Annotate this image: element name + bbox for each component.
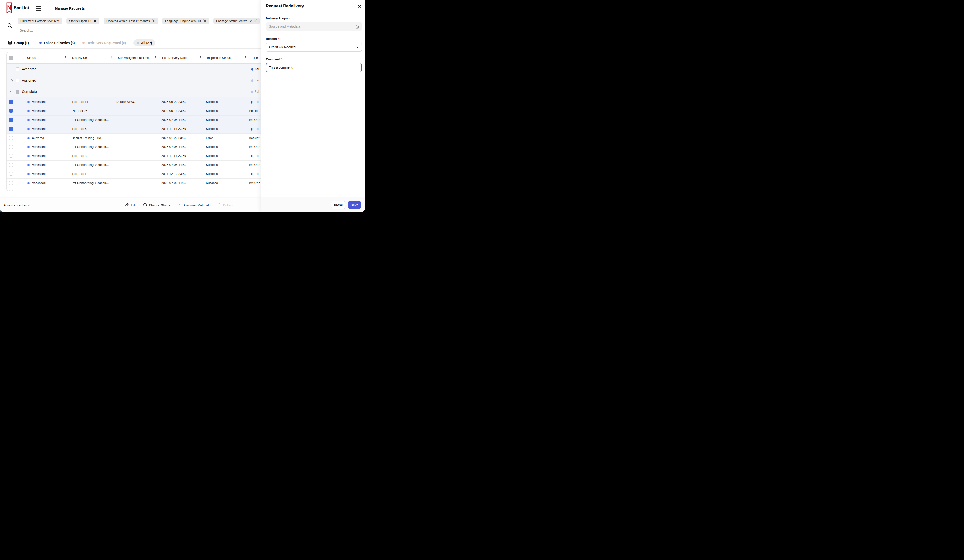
row-checkbox[interactable] xyxy=(9,145,13,149)
column-header-status[interactable]: Status xyxy=(27,56,36,60)
edit-button[interactable]: Edit xyxy=(125,203,136,207)
group-label: Complete xyxy=(22,89,37,94)
all-dot-icon xyxy=(137,42,139,44)
filter-chip-fulfillment-partner[interactable]: Fulfillment Partner: SAP Test xyxy=(18,18,62,24)
remove-filter-icon[interactable] xyxy=(94,19,96,23)
save-button[interactable]: Save xyxy=(348,201,361,209)
redelivery-requested-dot-icon xyxy=(82,42,85,44)
search-input[interactable]: Search... xyxy=(20,29,33,32)
row-checkbox[interactable] xyxy=(9,154,13,158)
cell-status: Processed xyxy=(31,100,46,104)
tab-redelivery-requested[interactable]: Redelivery Requested (0) xyxy=(82,41,126,45)
cell-display-set: Ppi Test 25 xyxy=(72,109,88,112)
chevron-down-icon[interactable] xyxy=(10,90,13,93)
status-dot-icon xyxy=(28,182,29,184)
group-checkbox[interactable] xyxy=(16,90,20,94)
remove-filter-icon[interactable] xyxy=(254,19,257,23)
search-icon[interactable] xyxy=(7,23,13,29)
select-all-checkbox[interactable] xyxy=(9,56,13,60)
tab-group[interactable]: Group (1) xyxy=(8,41,29,45)
close-icon[interactable] xyxy=(357,4,362,10)
upload-icon xyxy=(217,203,221,207)
filter-chip-package-status[interactable]: Package Status: Active +2 xyxy=(213,18,260,24)
cell-est-delivery-date: 2017-12-10 23:59 xyxy=(161,172,186,175)
column-menu-icon[interactable]: ⋮ xyxy=(64,55,67,60)
app-name: Backlot xyxy=(14,6,29,11)
status-dot-icon xyxy=(28,146,29,148)
panel-title: Request Redelivery xyxy=(266,4,304,9)
cell-title: Tpo Tes xyxy=(249,172,260,175)
delivery-scope-value: Source and Metadata xyxy=(269,24,300,28)
tab-failed-deliveries[interactable]: Failed Deliveries (6) xyxy=(39,41,75,45)
cell-display-set: Imf Onboarding: Season... xyxy=(72,145,109,149)
required-asterisk: * xyxy=(281,57,282,61)
tab-all[interactable]: All (27) xyxy=(134,39,155,46)
filter-chip-language[interactable]: Language: English (en) +3 xyxy=(162,18,209,24)
column-header-title[interactable]: Title xyxy=(252,56,258,60)
row-checkbox[interactable] xyxy=(9,181,13,185)
cell-status: Processed xyxy=(31,145,46,149)
filter-chip-label: Fulfillment Partner: SAP Test xyxy=(20,19,59,23)
column-header-est-delivery-date[interactable]: Est. Delivery Date xyxy=(162,56,187,60)
cell-est-delivery-date: 2017-11-17 23:59 xyxy=(161,127,186,130)
cell-display-set: Backlot Training Title xyxy=(72,190,101,191)
row-checkbox[interactable] xyxy=(9,100,13,104)
cell-title: Imf Onb xyxy=(249,118,260,122)
row-checkbox[interactable] xyxy=(9,136,13,140)
row-checkbox[interactable] xyxy=(9,172,13,176)
header-divider xyxy=(51,3,51,14)
status-dot-icon xyxy=(28,155,29,157)
cell-status: Processed xyxy=(31,127,46,130)
status-dot-icon xyxy=(251,91,253,93)
comment-textarea[interactable]: This a comment. xyxy=(266,63,362,72)
column-menu-icon[interactable]: ⋮ xyxy=(154,55,157,60)
remove-filter-icon[interactable] xyxy=(152,19,155,23)
tab-label: Failed Deliveries (6) xyxy=(44,41,75,45)
filter-chip-status[interactable]: Status: Open +3 xyxy=(66,18,99,24)
chevron-right-icon[interactable] xyxy=(10,68,13,71)
group-checkbox[interactable] xyxy=(16,68,20,71)
cell-status: Processed xyxy=(31,181,46,185)
hamburger-menu-icon[interactable] xyxy=(36,6,41,12)
more-actions-icon[interactable] xyxy=(240,204,245,206)
status-dot-icon xyxy=(28,128,29,130)
panel-footer: Close Save xyxy=(261,197,365,212)
column-menu-icon[interactable]: ⋮ xyxy=(109,55,113,60)
status-dot-icon xyxy=(28,101,29,103)
row-checkbox[interactable] xyxy=(9,190,13,191)
column-menu-icon[interactable]: ⋮ xyxy=(199,55,202,60)
cell-title: Imf Onb xyxy=(249,145,260,149)
delivery-scope-label: Delivery Scope* xyxy=(266,17,290,20)
filter-chip-updated-within[interactable]: Updated Within: Last 12 months xyxy=(104,18,158,24)
row-checkbox[interactable] xyxy=(9,118,13,122)
comment-value: This a comment. xyxy=(269,66,293,69)
column-header-display-set[interactable]: Display Set xyxy=(72,56,88,60)
row-checkbox[interactable] xyxy=(9,109,13,113)
request-redelivery-panel: Request Redelivery Delivery Scope* Sourc… xyxy=(261,0,365,212)
row-checkbox[interactable] xyxy=(9,127,13,131)
reason-select[interactable]: Credit Fix Needed xyxy=(266,43,362,52)
column-header-sub-assigned[interactable]: Sub Assigned Fulfillme... xyxy=(118,56,151,60)
column-header-inspection-status[interactable]: Inspection Status xyxy=(207,56,231,60)
column-menu-icon[interactable]: ⋮ xyxy=(244,55,248,60)
download-materials-button[interactable]: Download Materials xyxy=(177,203,210,207)
deliver-button[interactable]: Deliver xyxy=(217,203,233,207)
close-button[interactable]: Close xyxy=(331,201,345,209)
row-checkbox[interactable] xyxy=(9,163,13,167)
cell-display-set: Tpo Test 1 xyxy=(72,172,86,175)
cell-display-set: Tpo Test 14 xyxy=(72,100,88,104)
cell-inspection-status: Success xyxy=(206,154,218,157)
delivery-scope-field[interactable]: Source and Metadata xyxy=(266,22,362,31)
change-status-button[interactable]: Change Status xyxy=(143,203,170,207)
remove-filter-icon[interactable] xyxy=(203,19,206,23)
cell-title: Tpo Tes xyxy=(249,154,260,157)
netflix-logo-icon[interactable]: N xyxy=(7,2,12,15)
chevron-right-icon[interactable] xyxy=(10,79,13,82)
status-circle-icon xyxy=(143,203,147,207)
group-title-fragment: Fai xyxy=(255,67,259,71)
group-checkbox[interactable] xyxy=(16,79,20,83)
cell-inspection-status: Success xyxy=(206,163,218,167)
reason-label: Reason* xyxy=(266,37,279,41)
filter-chip-label: Status: Open +3 xyxy=(69,19,91,23)
reason-value: Credit Fix Needed xyxy=(269,45,296,49)
